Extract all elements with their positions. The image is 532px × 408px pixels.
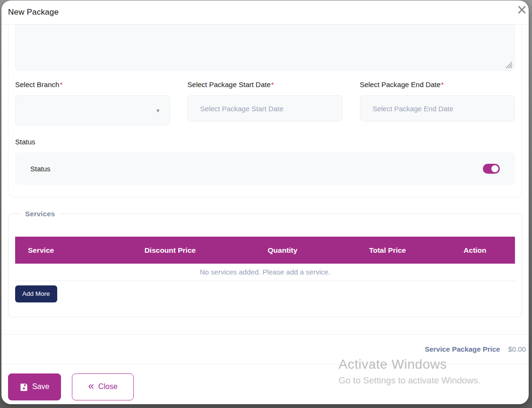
package-details-card: Select Branch* ▾ Select Package Start Da… <box>8 25 522 197</box>
package-price-label: Service Package Price <box>425 345 500 353</box>
required-asterisk: * <box>60 80 62 89</box>
start-date-field: Select Package Start Date* <box>187 80 342 125</box>
modal-body: Select Branch* ▾ Select Package Start Da… <box>1 25 529 364</box>
description-field-wrap <box>15 25 515 71</box>
end-date-field: Select Package End Date* <box>360 80 515 125</box>
save-button-label: Save <box>32 382 49 391</box>
modal-footer: Save « Close <box>1 364 529 405</box>
modal-title: New Package <box>8 8 59 17</box>
status-section-label: Status <box>15 138 515 147</box>
modal-header: New Package × <box>1 0 529 25</box>
field-row: Select Branch* ▾ Select Package Start Da… <box>15 80 515 125</box>
end-date-label: Select Package End Date* <box>360 80 515 90</box>
branch-select[interactable]: ▾ <box>15 95 170 125</box>
services-legend: Services <box>21 210 59 218</box>
required-asterisk: * <box>441 80 444 89</box>
end-date-input[interactable] <box>360 95 515 122</box>
description-textarea[interactable] <box>15 25 515 71</box>
column-header-action: Action <box>435 237 515 264</box>
close-button[interactable]: « Close <box>72 373 133 400</box>
status-toggle[interactable] <box>483 164 500 174</box>
status-toggle-label: Status <box>30 165 51 173</box>
empty-state-message: No services added. Please add a service. <box>15 264 515 281</box>
start-date-input[interactable] <box>187 95 342 122</box>
empty-state-row: No services added. Please add a service. <box>15 264 515 281</box>
start-date-label: Select Package Start Date* <box>187 80 342 90</box>
add-more-button[interactable]: Add More <box>15 285 57 302</box>
package-price-value: $0.00 <box>508 345 526 353</box>
package-price-row: Service Package Price $0.00 <box>8 335 526 364</box>
branch-field: Select Branch* ▾ <box>15 80 170 125</box>
services-section: Services Service Discount Price Quantity… <box>8 210 522 317</box>
chevron-down-icon: ▾ <box>157 107 160 114</box>
column-header-discount-price: Discount Price <box>115 237 225 264</box>
services-table: Service Discount Price Quantity Total Pr… <box>15 237 515 281</box>
double-chevron-left-icon: « <box>88 381 94 391</box>
close-icon[interactable]: × <box>512 0 529 20</box>
column-header-total-price: Total Price <box>340 237 435 264</box>
close-button-label: Close <box>98 382 118 391</box>
services-table-header-row: Service Discount Price Quantity Total Pr… <box>15 237 515 264</box>
status-panel: Status <box>15 152 515 185</box>
new-package-modal: New Package × Select Branch* <box>1 0 529 404</box>
branch-label: Select Branch* <box>15 80 170 90</box>
resize-grip-icon[interactable] <box>505 61 513 69</box>
required-asterisk: * <box>271 80 274 89</box>
column-header-quantity: Quantity <box>225 237 340 264</box>
toggle-knob-icon <box>491 165 498 172</box>
column-header-service: Service <box>15 237 115 264</box>
save-button[interactable]: Save <box>8 373 61 400</box>
save-floppy-icon <box>20 383 28 391</box>
